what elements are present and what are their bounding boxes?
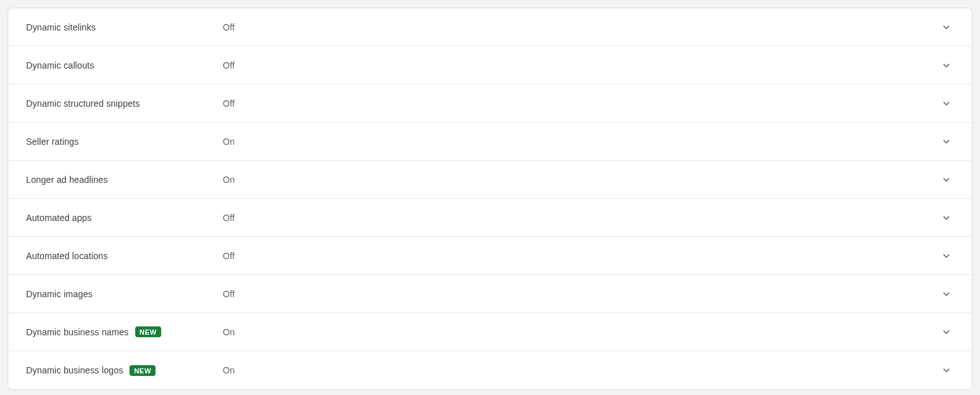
- chevron-down-icon: [939, 288, 954, 300]
- chevron-down-icon: [939, 364, 954, 377]
- setting-label: Seller ratings: [26, 137, 79, 147]
- setting-label: Dynamic structured snippets: [26, 98, 140, 109]
- setting-status: Off: [223, 289, 939, 299]
- setting-status: Off: [223, 22, 939, 32]
- setting-row-dynamic-sitelinks[interactable]: Dynamic sitelinks NEW Off: [8, 8, 972, 46]
- chevron-down-icon: [939, 211, 954, 224]
- setting-status: On: [223, 365, 939, 375]
- new-badge: NEW: [129, 365, 156, 376]
- setting-label: Automated locations: [26, 251, 108, 261]
- setting-label: Dynamic business names: [26, 327, 129, 337]
- setting-status: On: [223, 327, 939, 337]
- chevron-down-icon: [939, 250, 954, 262]
- setting-label: Automated apps: [26, 213, 91, 223]
- settings-list: Dynamic sitelinks NEW Off Dynamic callou…: [8, 8, 972, 390]
- setting-status: Off: [223, 60, 939, 70]
- setting-row-automated-locations[interactable]: Automated locations NEW Off: [8, 237, 972, 275]
- setting-label: Dynamic callouts: [26, 60, 94, 70]
- setting-status: Off: [223, 98, 939, 109]
- setting-status: Off: [223, 213, 939, 223]
- setting-row-automated-apps[interactable]: Automated apps NEW Off: [8, 199, 972, 237]
- setting-label: Dynamic images: [26, 289, 93, 299]
- chevron-down-icon: [939, 173, 954, 186]
- new-badge: NEW: [135, 326, 161, 337]
- setting-row-dynamic-business-names[interactable]: Dynamic business names NEW On: [8, 313, 972, 351]
- chevron-down-icon: [939, 135, 954, 148]
- setting-row-seller-ratings[interactable]: Seller ratings NEW On: [8, 123, 972, 161]
- setting-row-dynamic-business-logos[interactable]: Dynamic business logos NEW On: [8, 351, 972, 389]
- setting-status: On: [223, 137, 939, 147]
- chevron-down-icon: [939, 326, 954, 338]
- setting-label: Dynamic sitelinks: [26, 22, 96, 32]
- setting-row-dynamic-callouts[interactable]: Dynamic callouts NEW Off: [8, 46, 972, 84]
- setting-row-dynamic-structured-snippets[interactable]: Dynamic structured snippets NEW Off: [8, 84, 972, 123]
- chevron-down-icon: [939, 59, 954, 72]
- chevron-down-icon: [939, 97, 954, 110]
- setting-label: Longer ad headlines: [26, 175, 108, 185]
- setting-label: Dynamic business logos: [26, 365, 123, 375]
- chevron-down-icon: [939, 21, 954, 34]
- setting-status: On: [223, 175, 939, 185]
- setting-row-longer-ad-headlines[interactable]: Longer ad headlines NEW On: [8, 161, 972, 199]
- setting-status: Off: [223, 251, 939, 261]
- setting-row-dynamic-images[interactable]: Dynamic images NEW Off: [8, 275, 972, 313]
